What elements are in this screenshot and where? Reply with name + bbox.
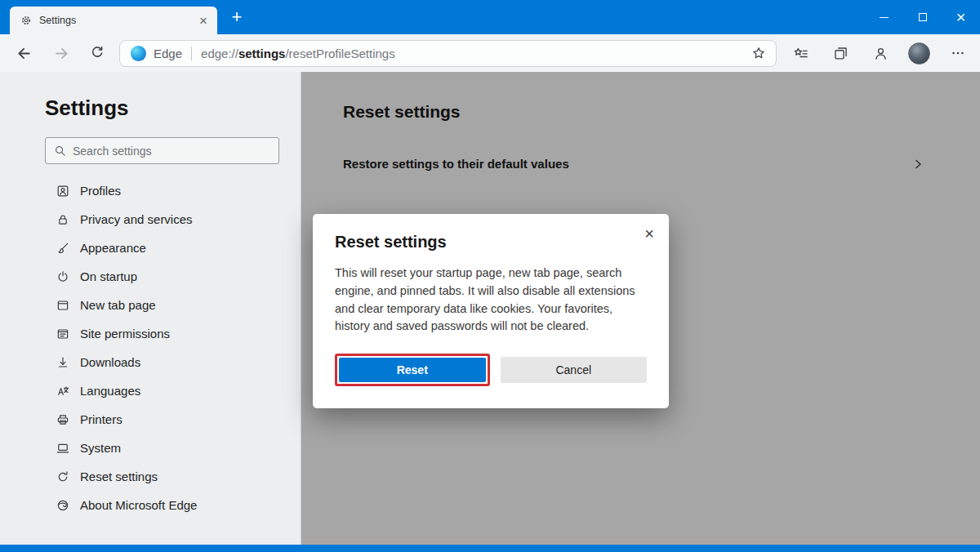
reset-highlight-ring: Reset (335, 354, 490, 386)
sidebar-item-new-tab-page[interactable]: New tab page (0, 291, 301, 319)
maximize-button[interactable] (903, 0, 942, 34)
search-input[interactable] (73, 145, 270, 158)
site-label: Edge (154, 47, 182, 60)
sidebar-item-privacy-and-services[interactable]: Privacy and services (0, 205, 301, 234)
cancel-button[interactable]: Cancel (501, 357, 648, 383)
url-host: settings (238, 47, 286, 60)
dialog-buttons: Reset Cancel (335, 354, 647, 386)
edge-logo-icon (55, 499, 71, 512)
collections-icon[interactable] (828, 41, 853, 65)
sidebar-item-label: Appearance (80, 241, 146, 255)
window-controls: × (865, 0, 980, 34)
close-icon: × (956, 9, 966, 25)
sidebar-item-label: Printers (80, 412, 122, 426)
window-titlebar: Settings × + × (0, 0, 980, 34)
settings-search-box[interactable] (45, 137, 279, 164)
laptop-icon (55, 442, 71, 455)
sidebar-item-downloads[interactable]: Downloads (0, 348, 301, 376)
sidebar-item-about-microsoft-edge[interactable]: About Microsoft Edge (0, 491, 301, 519)
reset-button[interactable]: Reset (339, 358, 486, 382)
settings-sidebar: Settings Profiles (0, 72, 301, 545)
reset-arrow-icon (55, 470, 71, 483)
window-bottom-border (0, 545, 980, 552)
sidebar-item-appearance[interactable]: Appearance (0, 234, 301, 262)
sidebar-item-label: Languages (80, 384, 140, 398)
close-button[interactable]: × (942, 0, 980, 34)
appearance-brush-icon (55, 242, 71, 255)
minimize-button[interactable] (865, 0, 903, 34)
new-tab-page-icon (55, 299, 71, 312)
url-path: /resetProfileSettings (285, 47, 394, 60)
dialog-title: Reset settings (335, 233, 647, 252)
sidebar-item-label: Privacy and services (80, 212, 193, 226)
reset-settings-dialog: Reset settings × This will reset your st… (313, 214, 669, 408)
privacy-lock-icon (55, 213, 71, 226)
download-icon (55, 356, 71, 369)
sidebar-item-label: About Microsoft Edge (80, 498, 197, 512)
dialog-body-text: This will reset your startup page, new t… (335, 265, 647, 336)
forward-button[interactable] (49, 41, 74, 65)
url-text: edge://settings/resetProfileSettings (201, 47, 395, 60)
tab-close-icon[interactable]: × (198, 14, 209, 28)
sidebar-title: Settings (45, 96, 301, 121)
tab-title: Settings (39, 15, 198, 26)
sidebar-item-languages[interactable]: Languages (0, 376, 301, 405)
toolbar-right-icons (788, 41, 970, 65)
url-scheme: edge:// (201, 47, 238, 60)
edge-logo-icon (131, 46, 146, 61)
printer-icon (55, 413, 71, 426)
dialog-close-icon[interactable]: × (640, 223, 658, 244)
site-permissions-icon (55, 327, 71, 341)
new-tab-button[interactable]: + (224, 4, 250, 30)
add-favorite-star-icon[interactable] (750, 44, 768, 62)
address-bar[interactable]: Edge edge://settings/resetProfileSetting… (119, 40, 777, 67)
address-separator (191, 47, 192, 60)
sidebar-item-system[interactable]: System (0, 434, 301, 462)
sidebar-item-label: Downloads (80, 355, 140, 369)
sidebar-item-label: System (80, 441, 121, 455)
sidebar-nav: Profiles Privacy and services Appea (0, 176, 301, 519)
browser-tab-settings[interactable]: Settings × (10, 7, 217, 34)
sidebar-item-on-startup[interactable]: On startup (0, 262, 301, 291)
sidebar-item-printers[interactable]: Printers (0, 405, 301, 434)
refresh-button[interactable] (85, 41, 109, 65)
favorites-icon[interactable] (788, 41, 813, 65)
sidebar-item-label: On startup (80, 269, 137, 283)
sidebar-item-profiles[interactable]: Profiles (0, 176, 301, 205)
sidebar-item-label: Reset settings (80, 470, 158, 483)
browser-toolbar: Edge edge://settings/resetProfileSetting… (0, 34, 980, 72)
main-area: Settings Profiles (0, 72, 980, 545)
power-icon (55, 270, 71, 283)
languages-icon (55, 385, 71, 398)
settings-gear-icon (20, 15, 32, 26)
maximize-icon (919, 13, 927, 21)
back-button[interactable] (11, 41, 36, 65)
search-icon (54, 145, 66, 157)
more-menu-icon[interactable] (946, 41, 970, 65)
sidebar-item-label: Site permissions (80, 327, 170, 341)
sidebar-item-label: New tab page (80, 298, 156, 312)
sidebar-item-label: Profiles (80, 184, 121, 198)
profiles-icon (55, 185, 71, 198)
settings-content: Reset settings Restore settings to their… (301, 72, 980, 545)
minimize-icon (880, 17, 889, 18)
sidebar-item-reset-settings[interactable]: Reset settings (0, 462, 301, 491)
profile-avatar[interactable] (908, 42, 930, 65)
feedback-icon[interactable] (868, 41, 893, 65)
sidebar-item-site-permissions[interactable]: Site permissions (0, 319, 301, 348)
